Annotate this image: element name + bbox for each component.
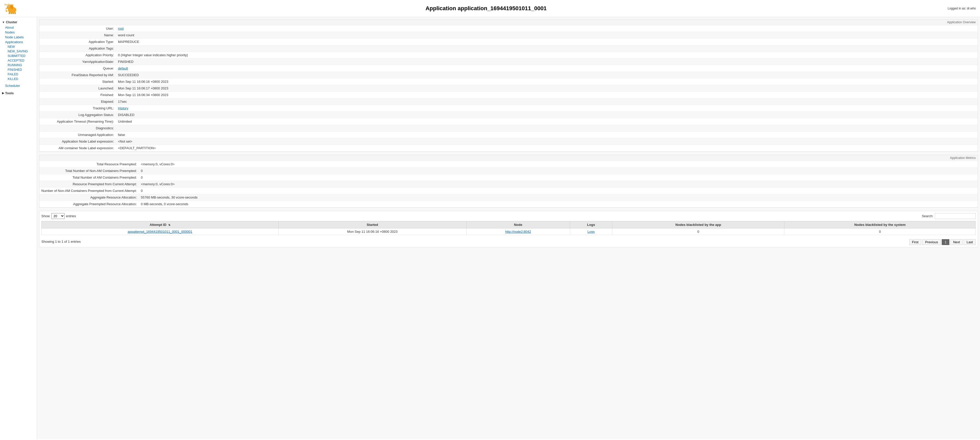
pagination-first[interactable]: First <box>909 239 921 245</box>
col-node: Node <box>466 221 570 228</box>
search-input[interactable] <box>935 213 976 219</box>
sidebar-item-nodes[interactable]: Nodes <box>0 30 37 35</box>
search-label: Search: <box>922 214 933 218</box>
overview-row: Queue:default <box>39 65 978 72</box>
overview-table: User:rootName:word countApplication Type… <box>39 25 978 151</box>
overview-value-cell: root <box>116 25 978 32</box>
col-blacklisted-system: Nodes blacklisted by the system <box>784 221 976 228</box>
sidebar-item-node-labels[interactable]: Node Labels <box>0 35 37 40</box>
col-attempt-id[interactable]: Attempt ID ⇅ <box>41 221 278 228</box>
overview-label-cell: Started: <box>39 78 116 85</box>
overview-value-cell: <DEFAULT_PARTITION> <box>116 145 978 151</box>
sidebar-item-scheduler[interactable]: Scheduler <box>0 83 37 88</box>
main-layout: ▼ Cluster About Nodes Node Labels Applic… <box>0 17 980 439</box>
attempts-table-wrapper: Show 20 50 100 entries Search: <box>39 211 978 247</box>
metrics-value-cell: 0 MB-seconds, 0 vcore-seconds <box>139 201 978 207</box>
metrics-label-cell: Total Resource Preempted: <box>39 161 139 167</box>
sidebar-item-killed[interactable]: KILLED <box>0 77 37 81</box>
overview-row: Diagnostics: <box>39 125 978 132</box>
col-attempt-id-label: Attempt ID <box>150 223 167 226</box>
overview-label-cell: Queue: <box>39 65 116 72</box>
metrics-value-cell: 0 <box>139 188 978 194</box>
col-logs-label: Logs <box>587 223 595 226</box>
col-blacklisted-app: Nodes blacklisted by the app <box>612 221 784 228</box>
overview-value-cell: Mon Sep 11 16:06:17 +0800 2023 <box>116 85 978 92</box>
overview-label-cell: AM container Node Label expression: <box>39 145 116 151</box>
overview-value-link[interactable]: History <box>118 106 128 110</box>
hadoop-logo-image: hadoop <box>4 2 19 15</box>
overview-label-cell: Finished: <box>39 92 116 98</box>
entries-select[interactable]: 20 50 100 <box>51 213 65 219</box>
attempts-table-body: appattempt_1694419501011_0001_000001 Mon… <box>41 228 976 235</box>
cluster-section-header[interactable]: ▼ Cluster <box>0 19 37 25</box>
col-started: Started <box>278 221 466 228</box>
tools-section-header[interactable]: ▶ Tools <box>0 90 37 96</box>
sidebar-item-new[interactable]: NEW <box>0 45 37 49</box>
attempt-id-link[interactable]: appattempt_1694419501011_0001_000001 <box>128 230 192 234</box>
overview-label-cell: Application Type: <box>39 38 116 45</box>
sidebar-item-accepted[interactable]: ACCEPTED <box>0 58 37 63</box>
overview-section-title: Application Overview <box>39 19 978 25</box>
col-logs: Logs <box>570 221 612 228</box>
logs-link[interactable]: Logs <box>587 230 595 234</box>
metrics-table: Total Resource Preempted:<memory:0, vCor… <box>39 161 978 207</box>
attempt-id-cell: appattempt_1694419501011_0001_000001 <box>41 228 278 235</box>
col-node-label: Node <box>514 223 522 226</box>
overview-label-cell: Application Priority: <box>39 52 116 59</box>
overview-value-cell: Mon Sep 11 16:06:16 +0800 2023 <box>116 78 978 85</box>
overview-value-cell: History <box>116 105 978 112</box>
overview-row: Log Aggregation Status:DISABLED <box>39 112 978 118</box>
metrics-label-cell: Aggregate Preempted Resource Allocation: <box>39 201 139 207</box>
metrics-value-cell: <memory:0, vCores:0> <box>139 181 978 188</box>
overview-row: User:root <box>39 25 978 32</box>
overview-label-cell: User: <box>39 25 116 32</box>
logged-in-label: Logged in as: dr.who <box>948 6 976 10</box>
sidebar-item-running[interactable]: RUNNING <box>0 63 37 67</box>
overview-value-link[interactable]: default <box>118 67 128 70</box>
overview-value-cell: SUCCEEDED <box>116 72 978 78</box>
overview-value-cell: false <box>116 132 978 138</box>
sidebar-item-submitted[interactable]: SUBMITTED <box>0 54 37 58</box>
metrics-value-cell: 0 <box>139 167 978 174</box>
sidebar-item-applications[interactable]: Applications <box>0 40 37 45</box>
sidebar-item-new-saving[interactable]: NEW_SAVING <box>0 49 37 54</box>
attempts-table-head: Attempt ID ⇅ Started Node Logs <box>41 221 976 228</box>
sidebar-item-failed[interactable]: FAILED <box>0 72 37 77</box>
sidebar-divider-2 <box>0 88 37 90</box>
metrics-label-cell: Total Number of Non-AM Containers Preemp… <box>39 167 139 174</box>
metrics-label-cell: Number of Non-AM Containers Preempted fr… <box>39 188 139 194</box>
overview-row: Started:Mon Sep 11 16:06:16 +0800 2023 <box>39 78 978 85</box>
overview-row: FinalStatus Reported by AM:SUCCEEDED <box>39 72 978 78</box>
node-link[interactable]: http://node2:8042 <box>505 230 531 234</box>
metrics-row: Resource Preempted from Current Attempt:… <box>39 181 978 188</box>
metrics-label-cell: Aggregate Resource Allocation: <box>39 194 139 201</box>
pagination-next[interactable]: Next <box>950 239 963 245</box>
overview-value-link[interactable]: root <box>118 27 124 30</box>
col-blacklisted-system-label: Nodes blacklisted by the system <box>854 223 906 226</box>
overview-row: Application Type:MAPREDUCE <box>39 38 978 45</box>
tools-label: Tools <box>5 91 14 95</box>
overview-row: Finished:Mon Sep 11 16:06:34 +0800 2023 <box>39 92 978 98</box>
overview-label-cell: Diagnostics: <box>39 125 116 132</box>
col-blacklisted-app-label: Nodes blacklisted by the app <box>675 223 721 226</box>
overview-label-cell: Tracking URL: <box>39 105 116 112</box>
sidebar-item-about[interactable]: About <box>0 25 37 30</box>
overview-value-cell: 17sec <box>116 98 978 105</box>
sidebar-item-finished[interactable]: FINISHED <box>0 67 37 72</box>
overview-row: Application Tags: <box>39 45 978 52</box>
metrics-section-title: Application Metrics <box>39 155 978 161</box>
hadoop-logo: hadoop <box>4 2 19 15</box>
overview-label-cell: YarnApplicationState: <box>39 59 116 65</box>
sidebar: ▼ Cluster About Nodes Node Labels Applic… <box>0 17 37 439</box>
overview-row: Launched:Mon Sep 11 16:06:17 +0800 2023 <box>39 85 978 92</box>
pagination-previous[interactable]: Previous <box>922 239 941 245</box>
pagination-last[interactable]: Last <box>964 239 976 245</box>
started-cell: Mon Sep 11 16:06:16 +0800 2023 <box>278 228 466 235</box>
metrics-row: Total Resource Preempted:<memory:0, vCor… <box>39 161 978 167</box>
svg-point-3 <box>8 6 9 6</box>
overview-value-cell: Unlimited <box>116 118 978 125</box>
overview-label-cell: Launched: <box>39 85 116 92</box>
metrics-value-cell: 0 <box>139 174 978 181</box>
overview-label-cell: Log Aggregation Status: <box>39 112 116 118</box>
pagination-current[interactable]: 1 <box>942 239 949 245</box>
